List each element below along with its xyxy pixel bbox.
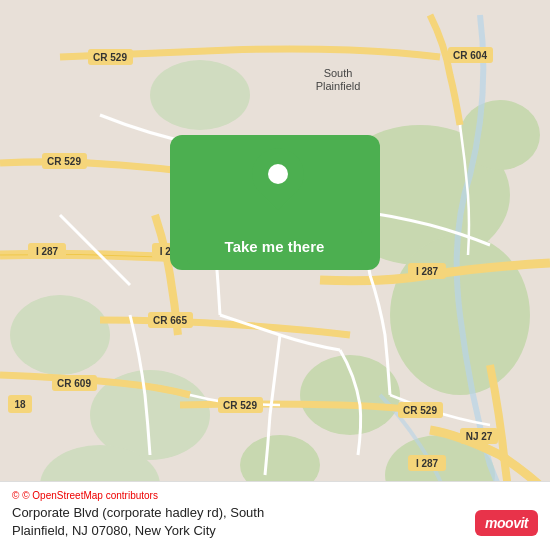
svg-text:CR 529: CR 529: [403, 405, 437, 416]
map-container: CR 529 CR 604 CR 529 I 287 I 26 I 287 CR…: [0, 0, 550, 550]
map-background: CR 529 CR 604 CR 529 I 287 I 26 I 287 CR…: [0, 0, 550, 550]
svg-text:CR 609: CR 609: [57, 378, 91, 389]
svg-text:CR 665: CR 665: [153, 315, 187, 326]
svg-text:CR 529: CR 529: [93, 52, 127, 63]
svg-text:I 287: I 287: [36, 246, 59, 257]
address-line2: Plainfield, NJ 07080, New York City: [12, 523, 216, 538]
svg-text:I 287: I 287: [416, 266, 439, 277]
attribution-text: © OpenStreetMap contributors: [22, 490, 158, 501]
address-text: Corporate Blvd (corporate hadley rd), So…: [12, 504, 538, 540]
svg-point-7: [150, 60, 250, 130]
attribution-symbol: ©: [12, 490, 19, 501]
moovit-logo: moovit: [475, 510, 538, 536]
svg-text:CR 529: CR 529: [223, 400, 257, 411]
svg-text:18: 18: [14, 399, 26, 410]
take-me-there-button[interactable]: Take me there: [187, 229, 362, 264]
location-pin: [248, 148, 308, 228]
pin-shape: [241, 137, 315, 211]
svg-text:CR 604: CR 604: [453, 50, 487, 61]
svg-point-5: [10, 295, 110, 375]
address-line1: Corporate Blvd (corporate hadley rd), So…: [12, 505, 264, 520]
pin-center: [268, 164, 288, 184]
svg-text:NJ 27: NJ 27: [466, 431, 493, 442]
svg-text:CR 529: CR 529: [47, 156, 81, 167]
map-attribution: © © OpenStreetMap contributors: [12, 490, 538, 501]
svg-text:I 287: I 287: [416, 458, 439, 469]
info-bar: © © OpenStreetMap contributors Corporate…: [0, 481, 550, 550]
svg-text:South: South: [324, 67, 353, 79]
svg-text:Plainfield: Plainfield: [316, 80, 361, 92]
